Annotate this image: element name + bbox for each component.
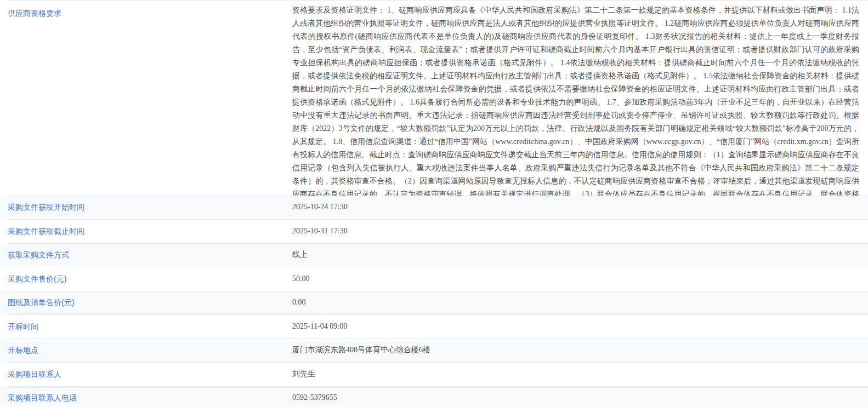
field-label-doc-price: 采购文件售价(元)	[0, 273, 292, 284]
table-row-doc-price: 采购文件售价(元) 50.00	[0, 267, 868, 291]
field-label-supplier-qualification: 供应商资格要求	[0, 0, 292, 19]
field-label-doc-obtain-end-time: 采购文件获取截止时间	[0, 226, 292, 237]
table-row-bid-opening-place: 开标地点 厦门市湖滨东路408号体育中心综合楼6楼	[0, 339, 868, 363]
field-value-drawing-list-price: 0.00	[292, 297, 868, 308]
field-label-bid-opening-time: 开标时间	[0, 321, 292, 332]
procurement-notice-detail-page: 供应商资格要求 资格要求及资格证明文件： 1、磋商响应供应商应具备《中华人民共和…	[0, 0, 868, 407]
field-value-doc-obtain-start-time: 2025-10-24 17:30	[292, 202, 868, 213]
field-label-bid-opening-place: 开标地点	[0, 345, 292, 356]
field-label-doc-obtain-start-time: 采购文件获取开始时间	[0, 202, 292, 213]
procurement-detail-table: 供应商资格要求 资格要求及资格证明文件： 1、磋商响应供应商应具备《中华人民共和…	[0, 0, 868, 407]
table-row-doc-obtain-start-time: 采购文件获取开始时间 2025-10-24 17:30	[0, 196, 868, 220]
field-value-doc-obtain-end-time: 2025-10-31 17:30	[292, 226, 868, 237]
field-label-project-contact: 采购项目联系人	[0, 369, 292, 380]
table-row-doc-obtain-end-time: 采购文件获取截止时间 2025-10-31 17:30	[0, 219, 868, 243]
field-value-doc-obtain-method: 线上	[292, 249, 868, 260]
field-label-doc-obtain-method: 获取采购文件方式	[0, 249, 292, 260]
field-value-supplier-qualification: 资格要求及资格证明文件： 1、磋商响应供应商应具备《中华人民共和国政府采购法》第…	[292, 0, 868, 196]
field-label-project-contact-phone: 采购项目联系人电话	[0, 392, 292, 403]
field-value-project-contact: 刘先生	[292, 369, 868, 380]
table-row-supplier-qualification: 供应商资格要求 资格要求及资格证明文件： 1、磋商响应供应商应具备《中华人民共和…	[0, 0, 868, 196]
table-row-drawing-list-price: 图纸及清单售价(元) 0.00	[0, 291, 868, 315]
field-value-doc-price: 50.00	[292, 273, 868, 284]
field-value-bid-opening-time: 2025-11-04 09:00	[292, 321, 868, 332]
field-value-project-contact-phone: 0592-5379655	[292, 392, 868, 403]
field-value-bid-opening-place: 厦门市湖滨东路408号体育中心综合楼6楼	[292, 345, 868, 356]
table-row-doc-obtain-method: 获取采购文件方式 线上	[0, 243, 868, 267]
table-row-project-contact-phone: 采购项目联系人电话 0592-5379655	[0, 386, 868, 407]
table-row-bid-opening-time: 开标时间 2025-11-04 09:00	[0, 314, 868, 339]
table-row-project-contact: 采购项目联系人 刘先生	[0, 362, 868, 386]
field-label-drawing-list-price: 图纸及清单售价(元)	[0, 297, 292, 308]
